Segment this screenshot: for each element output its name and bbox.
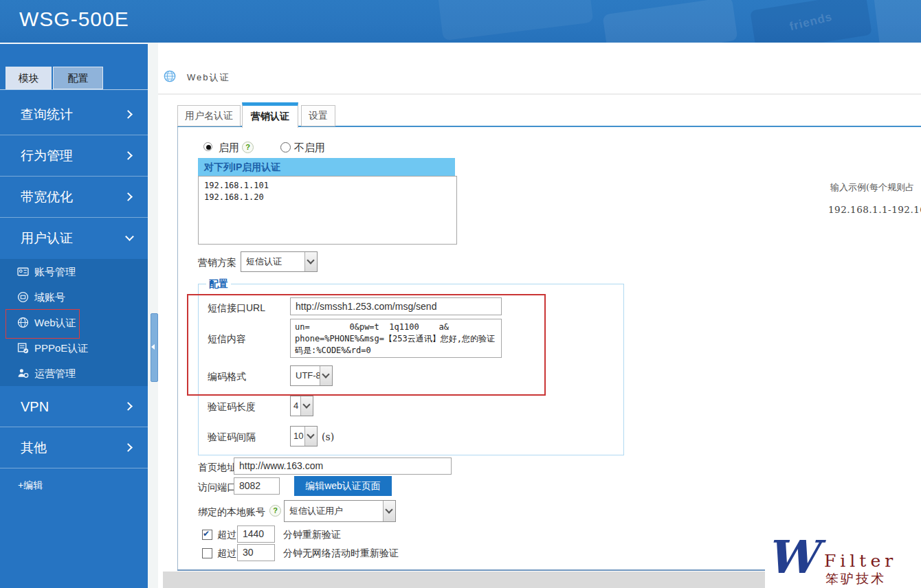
code-interval-label: 验证码间隔 [208,431,256,444]
bind-account-label: 绑定的本地账号 [198,506,265,519]
code-length-select[interactable]: 4 [290,396,313,416]
sidebar-item-account-mgmt[interactable]: 账号管理 [0,259,148,284]
sidebar-item-user-auth[interactable]: 用户认证 [0,218,148,259]
header-divider [158,93,921,95]
sidebar-collapse-handle[interactable] [151,313,158,382]
idle-timeout-prefix: 超过 [217,547,236,560]
sidebar-item-label: 账号管理 [34,266,76,278]
sms-content-label: 短信内容 [208,333,246,346]
enable-radio-label: 启用 [219,142,239,155]
chevron-down-icon [385,506,392,513]
chevron-down-icon [307,431,314,439]
enable-help-icon[interactable]: ? [242,142,254,153]
sidebar-item-operation-mgmt[interactable]: 运营管理 [0,361,148,386]
content-panel-left-border [177,126,178,570]
top-bar: friends WSG-500E [0,0,921,43]
sidebar-item-label: 行为管理 [21,148,73,163]
content-panel-bottom-border [177,569,766,571]
sidebar-item-label: 运营管理 [34,368,76,379]
ip-list-textarea[interactable]: 192.168.1.101 192.168.1.20 [198,176,457,245]
sidebar-item-label: 其他 [21,440,47,455]
chevron-down-icon [302,401,310,409]
wsg-500e-admin-ui: friends WSG-500E 模块 配置 查询统计 行为管理 带宽优化 用户… [0,0,921,588]
idle-timeout-suffix: 分钟无网络活动时重新验证 [283,547,399,560]
chevron-down-icon [307,257,314,264]
sidebar-item-label: VPN [21,399,49,414]
chevron-right-icon [124,110,133,119]
enable-radio[interactable] [203,142,212,151]
keyboard-key-decor [602,0,737,43]
wfilter-logo: W Filter 笨驴技术 [765,540,921,588]
sidebar-item-label: 用户认证 [21,231,73,245]
idle-timeout-checkbox[interactable] [202,548,212,558]
collapse-arrow-icon [151,344,155,350]
tab-marketing-auth[interactable]: 营销认证 [242,102,298,128]
sidebar-item-label: 查询统计 [21,107,73,122]
select-dropdown-button [300,396,313,416]
bind-account-select[interactable]: 短信认证用户 [284,500,396,522]
port-label: 访问端口 [198,482,236,494]
select-dropdown-button [304,427,317,446]
chevron-right-icon [124,192,133,201]
homepage-label: 首页地址 [198,462,236,474]
marketing-plan-label: 营销方案 [198,257,236,269]
sidebar-item-label: PPPoE认证 [34,342,88,354]
sidebar-item-behavior[interactable]: 行为管理 [0,135,148,177]
id-card-icon [17,266,29,278]
chevron-right-icon [124,402,133,411]
sms-content-textarea[interactable]: un= 0&pw=t 1q1100 a& phone=%PHONE%&msg=【… [290,319,502,358]
sidebar-item-query-stats[interactable]: 查询统计 [0,94,148,135]
reauth-timeout-suffix: 分钟重新验证 [283,529,341,541]
marketing-plan-select[interactable]: 短信认证 [241,251,318,272]
sidebar-tab-modules[interactable]: 模块 [5,67,52,89]
ip-hint-line2: 192.168.1.1-192.168 [828,204,921,215]
reauth-timeout-prefix: 超过 [217,529,236,541]
idle-timeout-input[interactable]: 30 [237,544,275,561]
keyboard-key-decor [874,0,921,43]
sidebar: 模块 配置 查询统计 行为管理 带宽优化 用户认证 [0,43,148,588]
app-title: WSG-500E [19,8,129,31]
config-fieldset-legend: 配置 [206,278,231,291]
logo-subtitle: 笨驴技术 [825,570,886,588]
sidebar-item-vpn[interactable]: VPN [0,386,148,427]
tab-username-auth[interactable]: 用户名认证 [177,105,241,126]
sidebar-tab-config[interactable]: 配置 [53,67,103,89]
keyboard-key-decor [438,0,594,41]
logo-w-mark: W [766,530,817,584]
disable-radio[interactable] [280,142,291,152]
tab-settings[interactable]: 设置 [301,105,335,126]
chevron-right-icon [124,443,133,452]
encoding-label: 编码格式 [208,371,246,383]
sms-url-input[interactable]: http://smssh1.253.com/msg/send [290,297,502,315]
operator-icon [17,368,29,379]
bind-account-value: 短信认证用户 [285,501,395,521]
port-input[interactable]: 8082 [234,477,280,495]
homepage-input[interactable]: http://www.163.com [234,457,452,475]
chevron-right-icon [124,151,133,160]
pppoe-doc-icon [17,342,29,354]
logo-name: Filter [824,551,897,571]
sidebar-edit-link[interactable]: +编辑 [18,479,43,492]
code-interval-unit: (s) [322,431,334,442]
sidebar-item-bandwidth[interactable]: 带宽优化 [0,177,148,218]
code-interval-select[interactable]: 10 [290,426,318,446]
domain-account-icon [17,291,29,303]
reauth-timeout-checkbox[interactable] [202,530,212,540]
page-globe-icon [164,70,176,82]
chevron-down-icon [125,232,134,241]
disable-radio-label: 不启用 [294,142,325,155]
ip-list-header: 对下列IP启用认证 [198,158,455,176]
bind-account-help-icon[interactable]: ? [269,505,281,517]
sidebar-item-label: 域账号 [34,291,65,303]
edit-web-auth-page-button[interactable]: 编辑web认证页面 [294,476,392,496]
sidebar-item-label: 带宽优化 [21,190,73,204]
sidebar-item-pppoe-auth[interactable]: PPPoE认证 [0,335,148,361]
sidebar-item-domain-account[interactable]: 域账号 [0,284,148,310]
sms-url-label: 短信接口URL [208,302,265,315]
reauth-timeout-input[interactable]: 1440 [237,525,275,543]
selected-item-highlight [5,309,80,339]
sidebar-divider [0,89,148,90]
select-dropdown-button [320,366,332,385]
sidebar-item-other[interactable]: 其他 [0,427,148,468]
encoding-select[interactable]: UTF-8 [290,365,333,386]
